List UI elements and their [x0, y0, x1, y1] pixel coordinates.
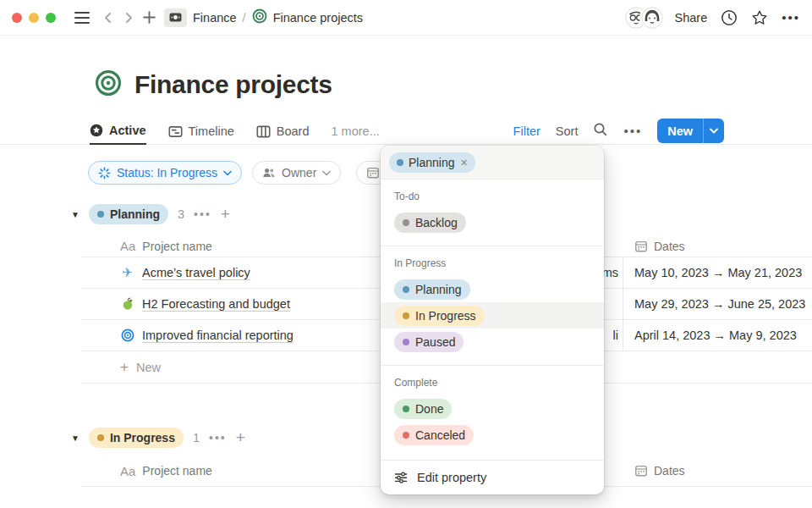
titlebar: Finance / Finance projects Share ••• — [0, 0, 812, 36]
group-header-in-progress: ▼ In Progress 1 ••• + — [71, 428, 245, 448]
target-icon — [252, 8, 267, 26]
calendar-icon — [634, 464, 648, 478]
page-title[interactable]: Finance projects — [134, 70, 332, 99]
tab-more-views[interactable]: 1 more... — [332, 118, 380, 145]
share-button[interactable]: Share — [675, 11, 708, 25]
group-options-icon[interactable]: ••• — [194, 207, 211, 221]
page-header: Finance projects — [95, 69, 332, 100]
status-burst-icon — [98, 167, 111, 179]
dropdown-section-todo: To-do Backlog — [381, 179, 604, 246]
plus-icon: + — [120, 359, 129, 376]
back-icon[interactable] — [98, 7, 118, 29]
sort-button[interactable]: Sort — [556, 124, 579, 138]
collaborator-avatars[interactable] — [625, 7, 663, 29]
chevron-down-icon — [223, 170, 232, 176]
new-page-plus-icon[interactable] — [139, 7, 159, 29]
view-options-icon[interactable]: ••• — [623, 124, 642, 138]
tab-active[interactable]: Active — [90, 118, 146, 145]
breadcrumb: Finance / Finance projects — [164, 8, 363, 27]
dates-cell[interactable]: May 29, 2023 → June 25, 2023 — [623, 289, 812, 319]
green-apple-icon — [120, 297, 134, 311]
group-status-pill[interactable]: Planning — [89, 204, 168, 224]
option-done[interactable]: Done — [381, 395, 604, 422]
notion-window: Finance / Finance projects Share ••• Fin… — [0, 0, 812, 508]
filter-button[interactable]: Filter — [513, 124, 540, 138]
blue-target-icon — [120, 329, 134, 342]
window-zoom-button[interactable] — [46, 13, 56, 23]
status-filter-chip[interactable]: Status: In Progress — [88, 161, 242, 185]
forward-icon[interactable] — [118, 7, 139, 29]
banknote-icon[interactable] — [164, 8, 187, 27]
group-options-icon[interactable]: ••• — [209, 431, 227, 444]
new-dropdown-chevron-icon[interactable] — [704, 119, 724, 143]
selected-tags-input[interactable]: Planning × — [381, 146, 604, 179]
option-backlog[interactable]: Backlog — [381, 209, 604, 235]
remove-tag-icon[interactable]: × — [461, 156, 468, 169]
status-filter-dropdown: Planning × To-do Backlog In Progress Pla… — [381, 146, 604, 494]
clock-icon[interactable] — [721, 9, 738, 26]
text-type-icon: Aa — [120, 239, 135, 253]
group-add-icon[interactable]: + — [221, 205, 230, 224]
selected-tag-planning[interactable]: Planning × — [389, 152, 475, 173]
text-type-icon: Aa — [120, 464, 135, 478]
group-header-planning: ▼ Planning 3 ••• + — [71, 204, 230, 224]
section-label: In Progress — [394, 257, 590, 269]
timeline-icon — [168, 124, 183, 139]
column-header-dates[interactable]: Dates — [623, 456, 812, 486]
group-add-icon[interactable]: + — [236, 428, 245, 447]
option-in-progress[interactable]: In Progress — [381, 302, 604, 329]
search-icon[interactable] — [593, 122, 608, 141]
airplane-icon: ✈ — [120, 265, 134, 280]
board-icon — [256, 124, 271, 139]
breadcrumb-parent[interactable]: Finance — [193, 11, 237, 25]
more-options-icon[interactable]: ••• — [782, 10, 800, 25]
breadcrumb-separator: / — [243, 11, 246, 25]
tab-timeline[interactable]: Timeline — [168, 118, 234, 145]
tab-board[interactable]: Board — [256, 118, 310, 145]
view-tabbar: Active Timeline Board 1 more... Filter S… — [0, 118, 812, 145]
calendar-icon — [366, 166, 380, 179]
calendar-icon — [634, 240, 648, 253]
avatar[interactable] — [641, 7, 663, 29]
chevron-down-icon — [322, 170, 331, 176]
option-planning[interactable]: Planning — [381, 276, 604, 302]
sliders-icon — [394, 471, 408, 484]
favorite-star-icon[interactable] — [751, 9, 768, 26]
group-count: 3 — [178, 207, 184, 221]
dropdown-section-complete: Complete Done Canceled — [381, 365, 604, 458]
window-minimize-button[interactable] — [29, 13, 39, 23]
dropdown-section-in-progress: In Progress Planning In Progress Paused — [381, 246, 604, 365]
dates-cell[interactable]: May 10, 2023 → May 21, 2023 — [623, 257, 812, 288]
collapse-triangle-icon[interactable]: ▼ — [71, 433, 80, 443]
page-target-icon[interactable] — [95, 69, 122, 100]
edit-property-button[interactable]: Edit property — [381, 460, 604, 494]
new-button[interactable]: New — [657, 119, 724, 143]
window-close-button[interactable] — [12, 13, 22, 23]
group-status-pill[interactable]: In Progress — [89, 428, 184, 448]
dates-cell[interactable]: April 14, 2023 → May 9, 2023 — [623, 320, 812, 351]
option-paused[interactable]: Paused — [381, 329, 604, 355]
section-label: To-do — [394, 190, 590, 202]
section-label: Complete — [394, 377, 590, 389]
owner-filter-chip[interactable]: Owner — [252, 161, 341, 185]
breadcrumb-current[interactable]: Finance projects — [273, 11, 363, 25]
filter-chip-bar: Status: In Progress Owner — [88, 161, 341, 185]
group-count: 1 — [193, 431, 200, 444]
star-circle-icon — [90, 124, 103, 137]
column-header-dates[interactable]: Dates — [623, 235, 812, 257]
collapse-triangle-icon[interactable]: ▼ — [71, 210, 80, 219]
sidebar-menu-icon[interactable] — [74, 12, 90, 24]
option-canceled[interactable]: Canceled — [381, 422, 604, 448]
people-icon — [262, 166, 276, 179]
